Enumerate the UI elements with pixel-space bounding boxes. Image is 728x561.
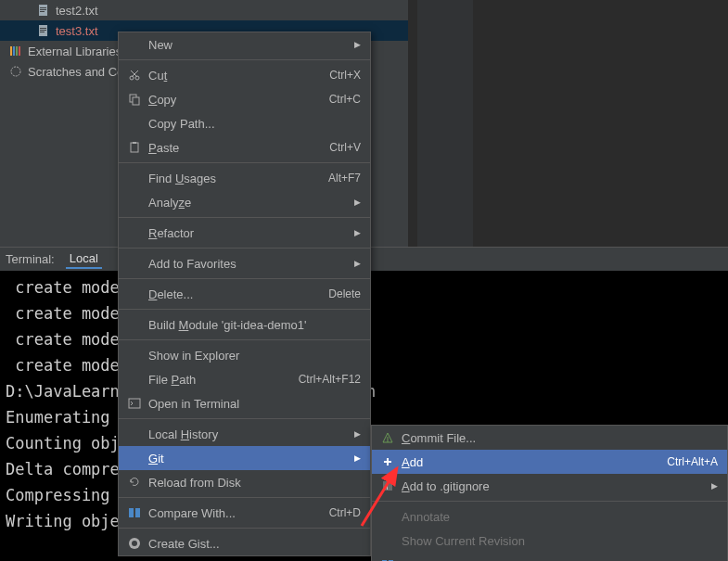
menu-item-label: Reload from Disk (143, 476, 361, 490)
menu-item-label: Create Gist... (143, 537, 361, 551)
svg-rect-20 (133, 142, 136, 144)
svg-rect-7 (40, 32, 45, 32)
menu-separator (119, 162, 370, 163)
menu-item[interactable]: .iAdd to .gitignore▶ (372, 474, 727, 498)
menu-separator (119, 248, 370, 249)
tree-item-label: External Libraries (28, 45, 121, 58)
copy-icon (126, 93, 143, 106)
menu-item[interactable]: CutCtrl+X (119, 63, 370, 87)
add-icon (379, 455, 396, 468)
svg-rect-3 (40, 11, 45, 12)
svg-rect-5 (40, 28, 46, 29)
svg-rect-23 (135, 508, 140, 517)
svg-point-12 (11, 67, 20, 76)
tree-item-label: test3.txt (56, 24, 98, 38)
svg-rect-18 (133, 97, 139, 105)
submenu-arrow-icon: ▶ (351, 198, 361, 207)
menu-item: Compare with the Same Repository Version (372, 553, 727, 561)
library-icon (9, 45, 22, 57)
svg-rect-21 (129, 399, 140, 408)
menu-item-label: Show Current Revision (396, 534, 718, 548)
menu-item[interactable]: Refactor▶ (119, 221, 370, 245)
menu-item[interactable]: Compare With...Ctrl+D (119, 501, 370, 525)
menu-item[interactable]: Show in Explorer (119, 343, 370, 367)
menu-item[interactable]: Commit File... (372, 426, 727, 450)
svg-rect-6 (40, 30, 46, 31)
menu-item[interactable]: Copy Path... (119, 111, 370, 135)
diff-icon (126, 506, 143, 519)
git-submenu: Commit File...AddCtrl+Alt+A.iAdd to .git… (371, 425, 728, 561)
svg-rect-10 (16, 46, 18, 56)
submenu-arrow-icon: ▶ (709, 481, 718, 491)
menu-item-label: Find Usages (143, 172, 328, 185)
file-icon (37, 4, 50, 17)
menu-item-label: Refactor (143, 226, 344, 240)
svg-rect-22 (129, 508, 134, 517)
menu-item-label: Commit File... (396, 431, 718, 445)
menu-item-label: Copy (143, 93, 329, 107)
cut-icon (126, 69, 143, 82)
terminal-tab-local[interactable]: Local (66, 249, 102, 269)
submenu-arrow-icon: ▶ (351, 259, 361, 268)
menu-item: Show Current Revision (372, 529, 727, 553)
commit-icon (379, 431, 396, 444)
menu-item[interactable]: Analyze▶ (119, 190, 370, 214)
svg-text:.i: .i (384, 482, 389, 491)
menu-item[interactable]: Git▶ (119, 446, 370, 470)
menu-item-label: Compare with the Same Repository Version (396, 558, 718, 562)
svg-rect-2 (40, 9, 46, 10)
menu-item-label: File Path (143, 373, 299, 387)
menu-item-shortcut: Delete (328, 287, 361, 300)
menu-item-shortcut: Ctrl+Alt+F12 (299, 373, 361, 386)
paste-icon (126, 141, 143, 154)
menu-item-shortcut: Alt+F7 (328, 172, 361, 185)
menu-separator (372, 501, 727, 502)
menu-item-label: New (143, 38, 344, 52)
submenu-arrow-icon: ▶ (351, 228, 361, 237)
menu-item-label: Delete... (143, 287, 328, 301)
menu-item[interactable]: Find UsagesAlt+F7 (119, 166, 370, 190)
reload-icon (126, 476, 143, 489)
menu-item[interactable]: Reload from Disk (119, 470, 370, 494)
menu-item-label: Add to .gitignore (396, 479, 701, 493)
menu-item[interactable]: New▶ (119, 32, 370, 57)
menu-item[interactable]: Build Module 'git-idea-demo1' (119, 312, 370, 337)
svg-rect-8 (10, 46, 12, 56)
menu-item[interactable]: Open in Terminal (119, 391, 370, 415)
menu-item[interactable]: PasteCtrl+V (119, 135, 370, 159)
svg-rect-19 (131, 143, 138, 152)
tree-item-label: test2.txt (56, 4, 98, 18)
menu-item-shortcut: Ctrl+V (329, 141, 361, 154)
svg-rect-9 (13, 46, 15, 56)
scratches-icon (9, 65, 22, 78)
menu-item-label: Annotate (396, 510, 718, 524)
submenu-arrow-icon: ▶ (351, 429, 361, 439)
gitignore-icon: .i (379, 479, 396, 492)
github-icon (126, 537, 143, 550)
menu-item-shortcut: Ctrl+X (329, 69, 361, 82)
menu-separator (119, 309, 370, 310)
menu-item[interactable]: Create Gist... (119, 531, 370, 555)
menu-item-shortcut: Ctrl+D (329, 506, 361, 519)
submenu-arrow-icon: ▶ (351, 40, 361, 49)
menu-separator (119, 339, 370, 340)
menu-separator (119, 59, 370, 60)
menu-item[interactable]: Local History▶ (119, 422, 370, 446)
menu-separator (119, 418, 370, 419)
menu-item[interactable]: Delete...Delete (119, 282, 370, 306)
menu-item-label: Build Module 'git-idea-demo1' (143, 318, 361, 332)
submenu-arrow-icon: ▶ (351, 453, 361, 463)
menu-item-label: Open in Terminal (143, 397, 361, 411)
menu-item[interactable]: File PathCtrl+Alt+F12 (119, 367, 370, 391)
menu-item[interactable]: Add to Favorites▶ (119, 251, 370, 275)
menu-item-label: Show in Explorer (143, 349, 361, 363)
menu-item-label: Local History (143, 427, 344, 441)
tree-item-file[interactable]: test2.txt (0, 0, 408, 20)
menu-separator (119, 278, 370, 279)
menu-item[interactable]: CopyCtrl+C (119, 87, 370, 111)
menu-item-label: Copy Path... (143, 117, 361, 131)
menu-item-label: Add to Favorites (143, 257, 344, 271)
menu-item[interactable]: AddCtrl+Alt+A (372, 450, 727, 474)
menu-item-label: Paste (143, 141, 329, 155)
editor-area (417, 0, 728, 255)
